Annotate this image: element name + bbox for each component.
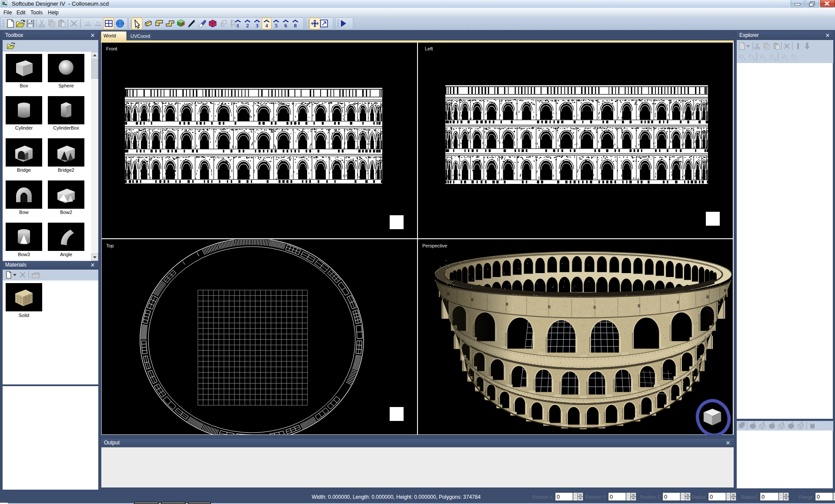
svg-text:5: 5 (275, 22, 278, 29)
svg-text:8: 8 (294, 22, 297, 29)
svg-text:1: 1 (237, 22, 240, 29)
svg-text:2: 2 (246, 22, 249, 29)
svg-text:3: 3 (256, 22, 259, 29)
svg-text:6: 6 (284, 22, 287, 29)
svg-text:4: 4 (265, 22, 268, 29)
